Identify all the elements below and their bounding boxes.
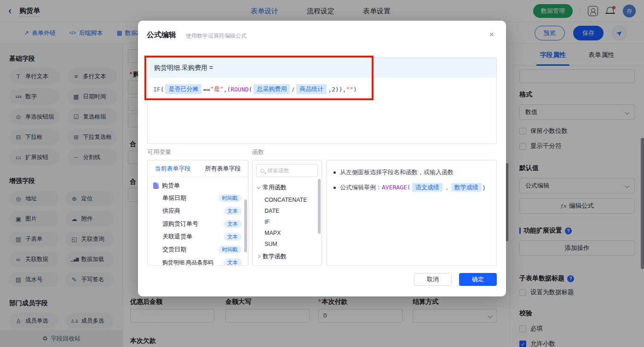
search-input[interactable] xyxy=(267,167,313,174)
formula-token: ,( xyxy=(224,86,231,93)
variable-row[interactable]: 源购货订单号文本 xyxy=(148,217,248,230)
formula-token: ,2)) xyxy=(328,86,342,93)
formula-token: ( xyxy=(249,86,253,93)
formula-token-operator: / xyxy=(291,86,295,93)
function-search[interactable] xyxy=(256,164,318,177)
confirm-button[interactable]: 确定 xyxy=(459,273,497,286)
modal-subtitle: 使用数学运算符编辑公式 xyxy=(186,32,247,40)
formula-token-string: "" xyxy=(346,86,353,93)
variable-row[interactable]: 交货日期时间戳 xyxy=(148,243,248,256)
formula-token: ( xyxy=(161,86,164,93)
type-badge: 文本 xyxy=(224,233,242,241)
function-item-sum[interactable]: SUM xyxy=(253,239,322,250)
function-item-if[interactable]: IF xyxy=(253,216,322,228)
formula-target: 购货明细.采购费用 = xyxy=(148,58,496,78)
function-item-concatenate[interactable]: CONCATENATE xyxy=(253,194,322,205)
variable-tabs: 当前表单字段 所有表单字段 xyxy=(148,160,248,177)
formula-token: ) xyxy=(353,86,357,93)
field-chip[interactable]: 是否已分摊 xyxy=(165,84,201,94)
type-badge: 文本 xyxy=(224,220,242,228)
search-icon xyxy=(260,169,264,173)
average-function: AVERAGE( xyxy=(382,184,411,191)
type-badge: 时间戳 xyxy=(218,245,242,254)
variable-tree-root[interactable]: 购货单 xyxy=(148,177,248,192)
variable-row[interactable]: 单据日期时间戳 xyxy=(148,192,248,205)
field-chip[interactable]: 商品统计 xyxy=(296,84,327,94)
chevron-down-icon xyxy=(257,185,260,188)
formula-token: , xyxy=(343,86,346,93)
field-chip[interactable]: 总采购费用 xyxy=(253,84,290,94)
formula-editor-box[interactable]: 购货明细.采购费用 = IF ( 是否已分摊 == "是" ,( ROUND (… xyxy=(147,57,497,144)
variables-label: 可用变量 xyxy=(147,148,171,156)
group-math-functions[interactable]: 数学函数 xyxy=(253,250,322,263)
group-text-functions[interactable]: 文本函数 xyxy=(253,263,322,266)
formula-code[interactable]: IF ( 是否已分摊 == "是" ,( ROUND ( 总采购费用 / 商品统… xyxy=(148,78,496,101)
variable-row[interactable]: 购货明细.商品条形码文本 xyxy=(148,256,248,266)
modal-title: 公式编辑 xyxy=(147,30,176,40)
formula-token-function: ROUND xyxy=(230,86,248,93)
document-icon xyxy=(153,182,159,189)
formula-editor-modal: 公式编辑 使用数学运算符编辑公式 × 购货明细.采购费用 = IF ( 是否已分… xyxy=(138,21,506,296)
variables-scrollbar[interactable] xyxy=(244,199,247,252)
type-badge: 时间戳 xyxy=(218,194,242,202)
functions-label: 函数 xyxy=(252,148,264,156)
function-item-date[interactable]: DATE xyxy=(253,205,322,216)
field-chip: 数学成绩 xyxy=(451,183,482,192)
close-icon[interactable]: × xyxy=(489,30,494,40)
group-common-functions[interactable]: 常用函数 xyxy=(253,181,322,194)
functions-panel: 常用函数 CONCATENATE DATE IF MAPX SUM 数学函数 文… xyxy=(252,160,322,266)
variable-row[interactable]: 关联退货单文本 xyxy=(148,230,248,243)
type-badge: 文本 xyxy=(224,258,242,266)
formula-token-string: "是" xyxy=(210,85,224,93)
cancel-button[interactable]: 取消 xyxy=(414,273,452,286)
tab-current-form-fields[interactable]: 当前表单字段 xyxy=(155,165,191,173)
chevron-right-icon xyxy=(257,255,260,258)
functions-scrollbar[interactable] xyxy=(318,179,321,234)
tab-all-form-fields[interactable]: 所有表单字段 xyxy=(205,165,241,173)
modal-footer: 取消 确定 xyxy=(414,273,497,286)
variables-panel: 当前表单字段 所有表单字段 购货单 单据日期时间戳 供应商文本 源购货订单号文本… xyxy=(147,160,248,266)
hint-line-2: 公式编辑举例：AVERAGE(语文成绩，数学成绩) xyxy=(334,183,490,192)
variable-row[interactable]: 供应商文本 xyxy=(148,205,248,217)
formula-token: == xyxy=(203,86,210,93)
formula-token-keyword: IF xyxy=(153,86,161,93)
hint-line-1: 从左侧面板选择字段名和函数，或输入函数 xyxy=(334,168,490,177)
field-chip: 语文成绩 xyxy=(412,183,443,192)
function-item-mapx[interactable]: MAPX xyxy=(253,228,322,239)
hint-panel: 从左侧面板选择字段名和函数，或输入函数 公式编辑举例：AVERAGE(语文成绩，… xyxy=(327,160,497,266)
type-badge: 文本 xyxy=(224,207,242,215)
